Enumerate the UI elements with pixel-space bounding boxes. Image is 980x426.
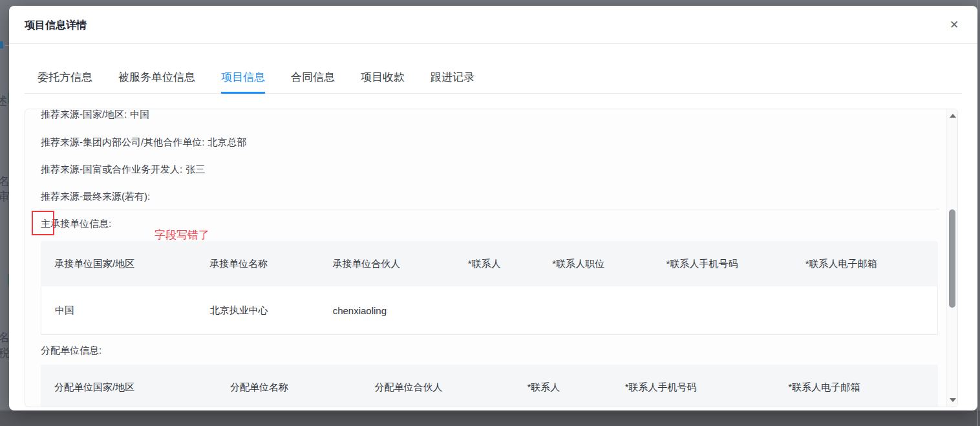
- column-header: 承接单位合伙人: [319, 258, 454, 270]
- table-cell: 北京执业中心: [197, 304, 319, 317]
- column-header: 分配单位名称: [217, 381, 361, 394]
- table-cell: chenxiaoling: [319, 305, 454, 316]
- field-value: 北京总部: [208, 136, 246, 147]
- alloc-unit-table: 分配单位国家/地区 分配单位名称 分配单位合伙人 *联系人 *联系人手机号码 *…: [41, 365, 938, 407]
- section-divider: [39, 209, 939, 209]
- background-text-fragment: 名: [0, 331, 10, 344]
- column-header: *联系人电子邮箱: [774, 381, 938, 394]
- close-icon[interactable]: ✕: [945, 16, 963, 34]
- column-header: *联系人: [454, 258, 538, 270]
- tab-follow-up-records[interactable]: 跟进记录: [431, 65, 474, 94]
- column-header: *联系人: [513, 381, 611, 394]
- main-unit-table-header: 承接单位国家/地区 承接单位名称 承接单位合伙人 *联系人 *联系人职位 *联系…: [41, 241, 938, 286]
- background-text-fragment: 名: [0, 175, 10, 187]
- table-row: 中国 北京执业中心 chenxiaoling: [41, 286, 938, 335]
- column-header: *联系人电子邮箱: [792, 258, 938, 270]
- project-detail-modal: 项目信息详情 ✕ 委托方信息 被服务单位信息 项目信息 合同信息 项目收款 跟进…: [9, 6, 977, 410]
- tab-served-unit-info[interactable]: 被服务单位信息: [118, 65, 195, 94]
- column-header: *联系人手机号码: [653, 258, 792, 270]
- field-label: 推荐来源-国富或合作业务开发人:: [41, 164, 182, 175]
- vertical-scrollbar[interactable]: [946, 109, 957, 407]
- field-recommend-developer: 推荐来源-国富或合作业务开发人:张三: [41, 162, 205, 176]
- scrollbar-up-arrow-icon[interactable]: [947, 111, 958, 122]
- alloc-unit-table-header: 分配单位国家/地区 分配单位名称 分配单位合伙人 *联系人 *联系人手机号码 *…: [41, 365, 938, 407]
- background-text-fragment: 税: [0, 346, 10, 359]
- annotation-highlight-box: [32, 211, 54, 235]
- column-header: 承接单位国家/地区: [41, 258, 196, 270]
- annotation-text: 字段写错了: [154, 228, 209, 242]
- field-recommend-country: 推荐来源-国家/地区:中国: [41, 109, 149, 122]
- column-header: 分配单位国家/地区: [41, 381, 217, 394]
- tab-client-info[interactable]: 委托方信息: [37, 65, 92, 94]
- field-recommend-final-source: 推荐来源-最终来源(若有):: [41, 189, 153, 204]
- background-text-fragment: 述: [0, 94, 7, 107]
- field-label: 推荐来源-集团内部公司/其他合作单位:: [41, 136, 204, 147]
- tab-project-info[interactable]: 项目信息: [221, 65, 265, 94]
- tab-contract-info[interactable]: 合同信息: [291, 65, 335, 94]
- main-unit-table: 承接单位国家/地区 承接单位名称 承接单位合伙人 *联系人 *联系人职位 *联系…: [41, 241, 938, 335]
- alloc-unit-section-label: 分配单位信息:: [41, 343, 101, 357]
- column-header: 分配单位合伙人: [361, 381, 514, 394]
- background-footer-strip: [0, 410, 980, 426]
- column-header: 承接单位名称: [196, 258, 319, 270]
- scrollbar-thumb[interactable]: [949, 209, 955, 308]
- field-label: 推荐来源-最终来源(若有):: [41, 191, 150, 202]
- table-cell: 中国: [41, 304, 197, 317]
- field-value: 张三: [186, 164, 205, 175]
- background-text-fragment: 审: [0, 190, 10, 203]
- field-value: 中国: [130, 109, 149, 120]
- field-recommend-internal-company: 推荐来源-集团内部公司/其他合作单位:北京总部: [41, 135, 246, 149]
- modal-scroll-area: 推荐来源-国家/地区:中国 推荐来源-集团内部公司/其他合作单位:北京总部 推荐…: [25, 109, 958, 407]
- column-header: *联系人职位: [538, 258, 652, 270]
- scrollbar-down-arrow-icon[interactable]: [947, 394, 958, 405]
- tab-project-payment[interactable]: 项目收款: [361, 65, 405, 94]
- modal-header: 项目信息详情 ✕: [9, 6, 977, 44]
- field-label: 推荐来源-国家/地区:: [41, 109, 127, 120]
- tabs-bar: 委托方信息 被服务单位信息 项目信息 合同信息 项目收款 跟进记录: [25, 65, 962, 94]
- background-edge-line: [977, 0, 978, 426]
- column-header: *联系人手机号码: [612, 381, 775, 394]
- modal-title: 项目信息详情: [25, 6, 87, 44]
- background-accent-mark: [0, 41, 3, 48]
